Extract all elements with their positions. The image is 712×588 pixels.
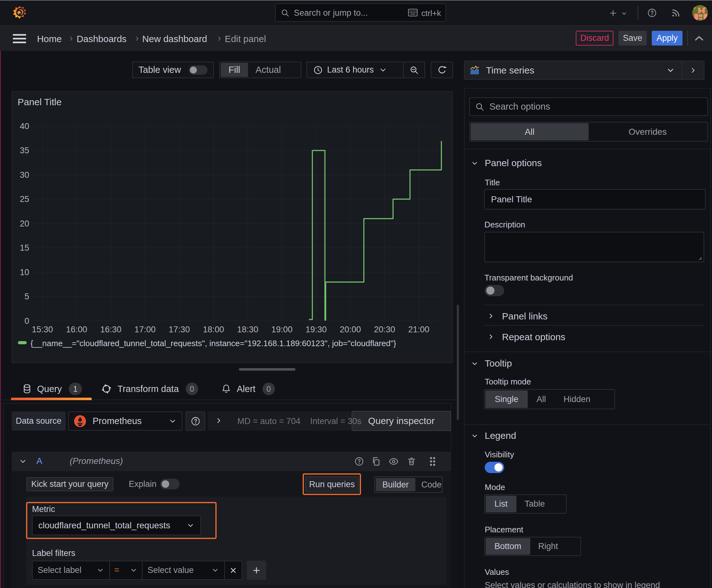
svg-text:20:00: 20:00 [340, 325, 361, 334]
svg-text:19:00: 19:00 [271, 325, 293, 334]
svg-text:16:30: 16:30 [100, 325, 122, 334]
svg-text:5: 5 [24, 292, 29, 301]
svg-text:17:00: 17:00 [134, 325, 156, 334]
svg-text:0: 0 [24, 316, 29, 326]
svg-text:20:30: 20:30 [374, 325, 395, 334]
svg-text:19:30: 19:30 [305, 325, 327, 334]
svg-text:15:30: 15:30 [32, 325, 53, 334]
svg-text:25: 25 [20, 194, 29, 204]
svg-text:40: 40 [20, 122, 29, 131]
svg-text:10: 10 [20, 268, 29, 277]
svg-text:30: 30 [20, 170, 29, 180]
svg-text:18:00: 18:00 [203, 325, 224, 334]
svg-text:18:30: 18:30 [237, 325, 258, 334]
svg-text:17:30: 17:30 [169, 325, 190, 334]
svg-text:21:00: 21:00 [408, 325, 429, 334]
svg-text:35: 35 [20, 146, 29, 155]
svg-text:16:00: 16:00 [66, 325, 87, 334]
svg-text:15: 15 [20, 243, 29, 253]
svg-text:20: 20 [20, 219, 29, 228]
